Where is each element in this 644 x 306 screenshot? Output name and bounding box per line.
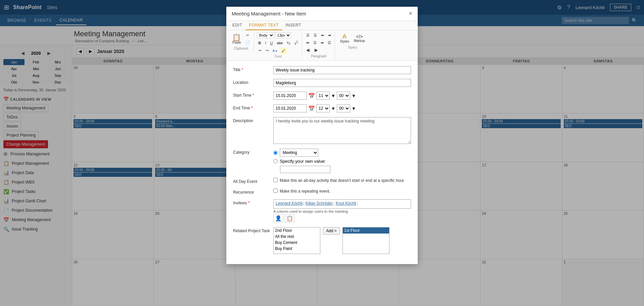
numbered-list-button[interactable]: ☰ — [312, 32, 319, 39]
invitees-row: Invitees * Leonard Köchli; Kilian Schröd… — [233, 199, 411, 222]
subscript-button[interactable]: x2 — [285, 39, 292, 46]
title-row: Title * — [233, 66, 411, 74]
recurrence-row: Recurrence Make this a repeating event. — [233, 189, 411, 195]
paragraph-group: ☰ ☰ ⬅ ➡ ⬅ ☰ ➡ ☰ ◀| |▶ — [303, 32, 335, 59]
end-cal-icon[interactable]: 📅 — [308, 105, 315, 112]
end-min-select[interactable]: 00 — [337, 104, 350, 112]
category-label: Category — [233, 149, 273, 155]
end-time-controls: 📅 12 ▼ 00 ▼ — [273, 104, 356, 112]
paste-button[interactable]: 📋 Paste — [230, 33, 243, 46]
styles-button[interactable]: A Styles — [338, 32, 351, 45]
markup-button[interactable]: </> Markup — [352, 33, 367, 44]
invitee-3[interactable]: Knut Köchli — [336, 201, 356, 206]
all-day-label: All Day Event — [233, 178, 273, 184]
invitees-label: Invitees * — [233, 199, 273, 205]
recurrence-text: Make this a repeating event. — [280, 189, 330, 194]
add-invitee-button[interactable]: 👤 — [273, 214, 283, 222]
start-date-input[interactable] — [273, 92, 307, 100]
category-row: Category Meeting Work Hours Business Tra… — [233, 149, 411, 173]
font-color-button[interactable]: A▼ — [271, 48, 279, 54]
category-custom-radio[interactable] — [273, 159, 278, 163]
indent-button[interactable]: ➡ — [326, 32, 333, 39]
paste-icon: 📋 — [232, 34, 241, 41]
start-cal-icon[interactable]: 📅 — [308, 93, 315, 99]
copy-button[interactable]: 📄 — [244, 39, 252, 46]
cut-copy-buttons: ✂ 📄 — [244, 32, 252, 46]
description-textarea[interactable]: I hereby invite you to our weekly issue … — [273, 117, 411, 144]
start-hour-select[interactable]: 11 — [316, 92, 330, 100]
undo-button[interactable]: ↩ — [257, 47, 263, 54]
task-option-2nd-floor[interactable]: 2nd Floor — [274, 227, 320, 234]
ribbon-tab-insert[interactable]: INSERT — [282, 21, 305, 30]
align-left-button[interactable]: ⬅ — [305, 40, 311, 46]
outdent-button[interactable]: ⬅ — [319, 32, 326, 39]
font-style-select[interactable]: Body — [257, 32, 274, 38]
start-min-select[interactable]: 00 — [337, 92, 350, 100]
task-option-buy-cement[interactable]: Buy Cement — [274, 240, 320, 246]
ltr-button[interactable]: ◀| — [305, 47, 312, 53]
ribbon-content: 📋 Paste ✂ 📄 Clipboard — [226, 30, 418, 60]
superscript-button[interactable]: x2 — [293, 39, 300, 46]
styles-buttons: A Styles </> Markup — [338, 32, 367, 45]
redo-button[interactable]: ↪ — [264, 47, 270, 54]
task-option-all-rest[interactable]: All the rest — [274, 234, 320, 240]
end-time-row: End Time * 📅 12 ▼ 00 ▼ — [233, 104, 411, 112]
category-meeting-radio[interactable] — [273, 151, 278, 155]
ribbon: EDIT FORMAT TEXT INSERT 📋 Paste ✂ 📄 — [226, 21, 418, 61]
paste-label: Paste — [232, 41, 241, 44]
paragraph-label: Paragraph — [311, 54, 327, 58]
category-select[interactable]: Meeting Work Hours Business Travel Break… — [280, 149, 318, 157]
location-row: Location — [233, 79, 411, 87]
italic-button[interactable]: I — [264, 40, 268, 46]
clipboard-group: 📋 Paste ✂ 📄 Clipboard — [228, 32, 254, 51]
bold-button[interactable]: B — [257, 40, 263, 46]
invitees-box[interactable]: Leonard Köchli; Kilian Schröder; Knut Kö… — [273, 199, 411, 209]
end-date-input[interactable] — [273, 104, 307, 112]
invitee-list-button[interactable]: 📋 — [285, 214, 295, 222]
invitee-1[interactable]: Leonard Köchli — [276, 201, 303, 206]
font-size-select[interactable]: 13px — [275, 32, 291, 38]
start-time-row: Start Time * 📅 11 ▼ 00 ▼ — [233, 92, 411, 100]
ltr-rtl-row: ◀| |▶ — [305, 47, 333, 53]
align-row: ⬅ ☰ ➡ ☰ — [305, 40, 333, 46]
task-result-1st-floor[interactable]: 1st Floor — [343, 227, 389, 234]
align-right-button[interactable]: ➡ — [319, 40, 325, 46]
task-option-buy-paint[interactable]: Buy Paint — [274, 246, 320, 252]
list-row: ☰ ☰ ⬅ ➡ — [305, 32, 333, 39]
task-result-list: 1st Floor — [342, 227, 389, 254]
dialog-close-button[interactable]: × — [409, 10, 412, 17]
all-day-row: All Day Event Make this an all-day activ… — [233, 178, 411, 184]
category-meeting-row: Meeting Work Hours Business Travel Break… — [273, 149, 330, 157]
highlight-button[interactable]: 🖊 — [280, 48, 287, 54]
all-day-text: Make this an all-day activity that doesn… — [280, 178, 405, 184]
add-task-button[interactable]: Add > — [323, 227, 340, 235]
align-justify-button[interactable]: ☰ — [326, 40, 333, 46]
related-task-controls: 2nd Floor All the rest Buy Cement Buy Pa… — [273, 227, 389, 254]
cut-button[interactable]: ✂ — [244, 32, 252, 39]
category-custom-row: Specify your own value: — [273, 159, 330, 164]
ribbon-tab-edit[interactable]: EDIT — [229, 21, 245, 30]
underline-button[interactable]: U — [269, 40, 275, 46]
recurrence-checkbox[interactable] — [273, 189, 278, 193]
time-sep-start: ▼ — [331, 93, 335, 98]
location-input[interactable] — [273, 79, 411, 87]
description-row: Description I hereby invite you to our w… — [233, 117, 411, 144]
styles-group: A Styles </> Markup Styles — [336, 32, 369, 50]
custom-value-row — [280, 166, 330, 173]
end-hour-select[interactable]: 12 — [316, 104, 330, 112]
end-required: * — [251, 106, 253, 110]
specify-label: Specify your own value: — [280, 159, 326, 164]
rtl-button[interactable]: |▶ — [312, 47, 319, 53]
start-time-controls: 📅 11 ▼ 00 ▼ — [273, 92, 356, 100]
recurrence-checkbox-row: Make this a repeating event. — [273, 189, 330, 194]
invitee-2[interactable]: Kilian Schröder — [306, 201, 333, 206]
strikethrough-button[interactable]: abc — [275, 40, 285, 46]
custom-category-input[interactable] — [280, 166, 330, 173]
bullet-list-button[interactable]: ☰ — [305, 32, 311, 39]
ribbon-tab-format-text[interactable]: FORMAT TEXT — [245, 21, 282, 30]
title-input[interactable] — [273, 66, 411, 74]
align-center-button[interactable]: ☰ — [312, 40, 318, 46]
all-day-checkbox[interactable] — [273, 178, 278, 182]
font-style-row: Body 13px — [257, 32, 300, 38]
dialog-body: Title * Location Start Time * — [226, 61, 418, 264]
